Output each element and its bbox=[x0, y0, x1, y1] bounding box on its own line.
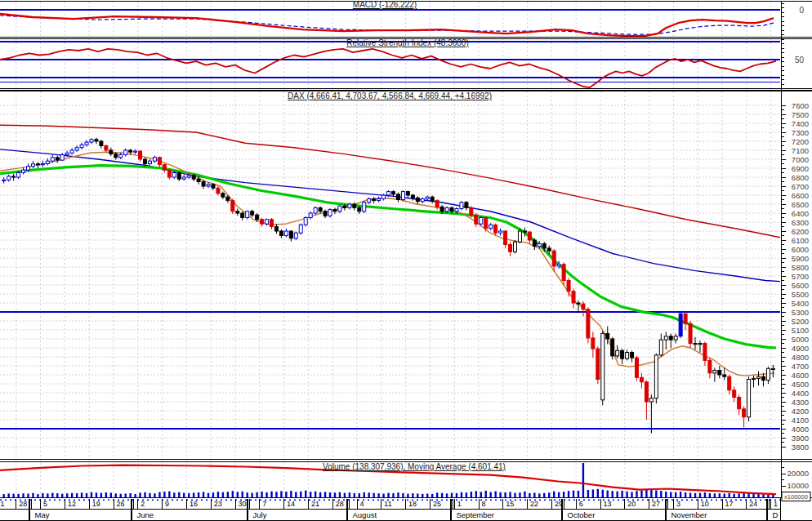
svg-text:6200: 6200 bbox=[792, 227, 809, 236]
svg-text:0: 0 bbox=[799, 6, 804, 15]
svg-text:July: July bbox=[253, 510, 267, 519]
svg-text:D: D bbox=[773, 510, 779, 519]
chart-canvas[interactable]: 0503800390040004100420043004400450046004… bbox=[0, 0, 812, 521]
svg-text:28: 28 bbox=[336, 500, 344, 508]
svg-text:17: 17 bbox=[725, 500, 734, 508]
svg-text:7300: 7300 bbox=[792, 128, 809, 137]
svg-text:5800: 5800 bbox=[792, 263, 809, 272]
right-axis: 0503800390040004100420043004400450046004… bbox=[782, 3, 811, 501]
svg-text:4500: 4500 bbox=[792, 380, 809, 389]
svg-text:6300: 6300 bbox=[792, 218, 809, 227]
svg-text:4300: 4300 bbox=[792, 398, 809, 407]
svg-text:4200: 4200 bbox=[792, 407, 809, 416]
svg-text:1: 1 bbox=[1, 500, 5, 508]
svg-text:8: 8 bbox=[482, 500, 486, 508]
svg-text:50: 50 bbox=[795, 56, 805, 65]
svg-text:27: 27 bbox=[652, 500, 660, 508]
svg-text:28: 28 bbox=[19, 500, 27, 508]
svg-text:5600: 5600 bbox=[792, 281, 809, 290]
svg-text:3: 3 bbox=[676, 500, 680, 508]
svg-text:5: 5 bbox=[43, 500, 47, 508]
macd-panel-label[interactable]: MACD (-126,222) bbox=[353, 0, 417, 9]
svg-text:14: 14 bbox=[287, 500, 295, 508]
svg-text:22: 22 bbox=[530, 500, 538, 508]
svg-text:November: November bbox=[671, 510, 707, 519]
svg-text:1: 1 bbox=[457, 500, 462, 508]
svg-text:25: 25 bbox=[433, 500, 441, 508]
svg-text:4000: 4000 bbox=[792, 425, 809, 434]
svg-text:7200: 7200 bbox=[792, 137, 809, 146]
svg-text:June: June bbox=[137, 510, 154, 519]
svg-text:7400: 7400 bbox=[792, 119, 809, 128]
svg-text:16: 16 bbox=[190, 500, 198, 508]
svg-text:6000: 6000 bbox=[792, 245, 809, 254]
svg-text:5700: 5700 bbox=[792, 272, 809, 281]
svg-text:12: 12 bbox=[68, 500, 76, 508]
svg-text:7: 7 bbox=[262, 500, 266, 508]
svg-text:4800: 4800 bbox=[792, 353, 809, 362]
svg-text:5000: 5000 bbox=[792, 335, 809, 344]
svg-text:August: August bbox=[353, 510, 377, 519]
svg-text:7000: 7000 bbox=[792, 155, 809, 164]
svg-text:6: 6 bbox=[579, 500, 583, 508]
rsi-panel-label[interactable]: Relative Strength Index (48.3600) bbox=[346, 38, 469, 47]
svg-text:5500: 5500 bbox=[792, 290, 809, 299]
svg-text:7100: 7100 bbox=[792, 146, 809, 155]
svg-text:19: 19 bbox=[92, 500, 100, 508]
macd-panel bbox=[0, 10, 780, 36]
svg-text:24: 24 bbox=[749, 500, 757, 508]
volume-panel-label[interactable]: Volume (138,307,936), Moving Average (4,… bbox=[323, 462, 506, 471]
svg-text:May: May bbox=[35, 510, 50, 519]
grid bbox=[0, 2, 780, 497]
svg-text:6500: 6500 bbox=[792, 200, 809, 209]
svg-text:10: 10 bbox=[701, 500, 709, 508]
svg-text:5300: 5300 bbox=[792, 308, 809, 317]
svg-text:2: 2 bbox=[141, 500, 145, 508]
svg-text:6900: 6900 bbox=[792, 164, 809, 173]
svg-text:x100000: x100000 bbox=[784, 493, 808, 501]
stock-chart-window: 0503800390040004100420043004400450046004… bbox=[0, 0, 812, 521]
svg-text:9: 9 bbox=[165, 500, 169, 508]
svg-text:6800: 6800 bbox=[792, 173, 809, 182]
rsi-panel bbox=[0, 42, 780, 87]
svg-text:4600: 4600 bbox=[792, 371, 809, 380]
svg-text:30: 30 bbox=[239, 500, 247, 508]
svg-text:20000: 20000 bbox=[787, 469, 809, 478]
svg-text:6600: 6600 bbox=[792, 191, 809, 200]
svg-text:5200: 5200 bbox=[792, 317, 809, 326]
svg-text:11: 11 bbox=[384, 500, 391, 508]
svg-text:15: 15 bbox=[506, 500, 514, 508]
svg-text:21: 21 bbox=[311, 500, 319, 508]
svg-text:4: 4 bbox=[360, 500, 364, 508]
svg-text:20: 20 bbox=[627, 500, 636, 508]
svg-text:23: 23 bbox=[214, 500, 222, 508]
dax-quote-label[interactable]: DAX (4,666.41, 4,703.67, 4,566.84, 4,669… bbox=[288, 91, 492, 100]
svg-text:18: 18 bbox=[408, 500, 417, 508]
svg-text:5100: 5100 bbox=[792, 326, 809, 335]
svg-text:3800: 3800 bbox=[792, 443, 809, 452]
svg-text:7500: 7500 bbox=[792, 110, 809, 119]
svg-text:October: October bbox=[568, 510, 596, 519]
svg-text:5900: 5900 bbox=[792, 254, 809, 263]
svg-text:5400: 5400 bbox=[792, 299, 809, 308]
svg-text:6400: 6400 bbox=[792, 209, 809, 218]
svg-text:4700: 4700 bbox=[792, 362, 809, 371]
svg-text:4100: 4100 bbox=[792, 416, 809, 425]
svg-text:3900: 3900 bbox=[792, 434, 809, 443]
svg-text:7600: 7600 bbox=[792, 101, 809, 110]
date-axis: 1285121926291623307142128411182518152229… bbox=[0, 498, 812, 521]
svg-text:6100: 6100 bbox=[792, 236, 809, 245]
svg-text:1: 1 bbox=[774, 500, 778, 508]
svg-text:September: September bbox=[457, 510, 494, 519]
svg-text:13: 13 bbox=[604, 500, 612, 508]
svg-text:26: 26 bbox=[117, 500, 125, 508]
price-panel bbox=[0, 125, 780, 433]
svg-text:10000: 10000 bbox=[787, 481, 809, 490]
svg-text:4400: 4400 bbox=[792, 389, 809, 398]
svg-text:6700: 6700 bbox=[792, 182, 809, 191]
svg-text:4900: 4900 bbox=[792, 344, 809, 353]
